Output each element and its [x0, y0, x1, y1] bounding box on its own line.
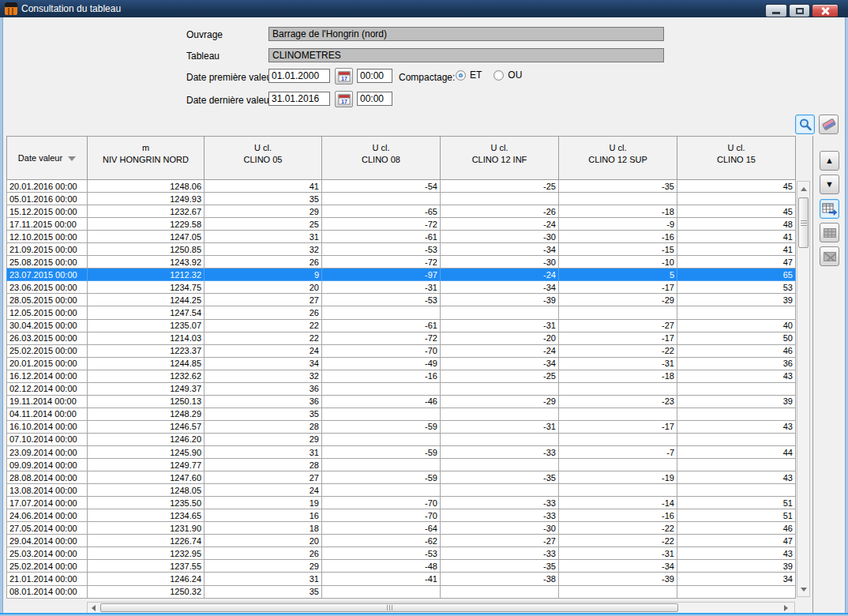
cell[interactable]: 1247.54 — [88, 306, 204, 319]
cell[interactable]: -46 — [322, 395, 441, 408]
eraser-button[interactable] — [819, 115, 839, 134]
cell[interactable]: 1212.32 — [88, 269, 204, 281]
cell[interactable]: -17 — [559, 281, 677, 294]
cell[interactable]: -33 — [441, 497, 559, 509]
cell[interactable] — [677, 585, 796, 598]
cell[interactable] — [322, 306, 441, 319]
cell[interactable]: -15 — [559, 243, 677, 256]
cell[interactable]: 1247.60 — [88, 471, 204, 484]
cell[interactable] — [559, 382, 677, 395]
table-row[interactable]: 26.03.2015 00:001214.0322-72-20-1750 — [7, 332, 796, 344]
cell[interactable]: 17.11.2015 00:00 — [7, 218, 88, 231]
cell[interactable]: 46 — [677, 522, 796, 535]
cell[interactable]: 20.01.2016 00:00 — [7, 180, 88, 193]
maximize-button[interactable] — [789, 4, 810, 17]
cell[interactable]: 43 — [677, 420, 796, 433]
cell[interactable]: 05.01.2016 00:00 — [7, 193, 88, 205]
table-row[interactable]: 15.12.2015 00:001232.6729-65-26-1845 — [7, 205, 796, 218]
cell[interactable]: 1244.25 — [88, 294, 204, 306]
cell[interactable]: 1246.20 — [88, 433, 204, 445]
cell[interactable]: 1248.06 — [88, 180, 204, 193]
cell[interactable]: 17.07.2014 00:00 — [7, 497, 88, 509]
date-first-input[interactable] — [268, 69, 330, 83]
cell[interactable]: -59 — [322, 471, 441, 484]
cell[interactable]: -24 — [441, 269, 559, 281]
compactage-radio-ou[interactable] — [493, 70, 504, 81]
table-row[interactable]: 25.02.2014 00:001237.5529-48-35-3439 — [7, 560, 796, 573]
column-header-clino-12-sup[interactable]: U cl.CLINO 12 SUP — [559, 137, 677, 180]
cell[interactable]: -31 — [441, 319, 559, 332]
cell[interactable]: 16.10.2014 00:00 — [7, 420, 88, 433]
cell[interactable]: 28 — [204, 459, 322, 471]
compactage-radio-et[interactable] — [456, 70, 466, 81]
cell[interactable] — [322, 382, 441, 395]
cell[interactable]: -23 — [559, 395, 677, 408]
cell[interactable]: -22 — [559, 535, 677, 547]
cell[interactable]: -35 — [559, 180, 677, 193]
cell[interactable]: 5 — [559, 269, 677, 281]
cell[interactable]: 1247.05 — [88, 231, 204, 243]
cell[interactable]: -34 — [559, 560, 677, 573]
cell[interactable]: -72 — [322, 332, 441, 344]
compactage-radio-label-et[interactable]: ET — [470, 69, 482, 81]
table-row[interactable]: 24.06.2014 00:001234.6516-70-33-1651 — [7, 509, 796, 522]
cell[interactable]: 1214.03 — [88, 332, 204, 344]
cell[interactable]: 47 — [677, 256, 796, 269]
table-row[interactable]: 19.11.2014 00:001250.1336-46-29-2339 — [7, 395, 796, 408]
cell[interactable]: 13.08.2014 00:00 — [7, 484, 88, 497]
cell[interactable]: -27 — [559, 319, 677, 332]
cell[interactable]: 1244.85 — [88, 357, 204, 370]
table-row[interactable]: 30.04.2015 00:001235.0722-61-31-2740 — [7, 319, 796, 332]
cell[interactable] — [441, 459, 559, 471]
cell[interactable]: 35 — [204, 585, 322, 598]
cell[interactable] — [559, 408, 677, 420]
cell[interactable]: 1229.58 — [88, 218, 204, 231]
scroll-up-arrow[interactable] — [797, 183, 809, 194]
cell[interactable]: -25 — [441, 180, 559, 193]
cell[interactable]: -61 — [322, 319, 441, 332]
cell[interactable]: 29 — [204, 205, 322, 218]
compactage-radio-label-ou[interactable]: OU — [508, 69, 522, 81]
cell[interactable]: 20 — [204, 281, 322, 294]
cell[interactable]: 25.08.2015 00:00 — [7, 256, 88, 269]
cell[interactable] — [559, 459, 677, 471]
cell[interactable]: 50 — [677, 332, 796, 344]
cell[interactable]: 1235.50 — [88, 497, 204, 509]
cell[interactable]: -20 — [441, 332, 559, 344]
cell[interactable] — [677, 459, 796, 471]
cell[interactable]: 18 — [204, 522, 322, 535]
cell[interactable]: 39 — [677, 395, 796, 408]
cell[interactable]: -53 — [322, 547, 441, 560]
cell[interactable]: -62 — [322, 535, 441, 547]
cell[interactable]: 1243.92 — [88, 256, 204, 269]
cell[interactable]: -16 — [559, 231, 677, 243]
cell[interactable] — [322, 193, 441, 205]
cell[interactable]: 24.06.2014 00:00 — [7, 509, 88, 522]
cell[interactable]: 39 — [677, 294, 796, 306]
table-row[interactable]: 25.02.2015 00:001223.3724-70-24-2246 — [7, 344, 796, 357]
table-row[interactable]: 17.07.2014 00:001235.5019-70-33-1451 — [7, 497, 796, 509]
cell[interactable]: -22 — [559, 522, 677, 535]
cell[interactable]: -35 — [441, 471, 559, 484]
table-row[interactable]: 28.08.2014 00:001247.6027-59-35-1943 — [7, 471, 796, 484]
cell[interactable]: -16 — [322, 370, 441, 382]
cell[interactable]: -29 — [441, 395, 559, 408]
cell[interactable]: 1235.07 — [88, 319, 204, 332]
cell[interactable]: 34 — [677, 573, 796, 585]
search-button[interactable] — [795, 115, 815, 134]
cell[interactable]: -49 — [322, 357, 441, 370]
cell[interactable]: 21.01.2014 00:00 — [7, 573, 88, 585]
cell[interactable]: -19 — [559, 471, 677, 484]
table-row[interactable]: 23.07.2015 00:001212.329-97-24565 — [7, 269, 796, 281]
table-row[interactable]: 28.05.2015 00:001244.2527-53-39-2939 — [7, 294, 796, 306]
cell[interactable]: -97 — [322, 269, 441, 281]
cell[interactable]: -61 — [322, 231, 441, 243]
cell[interactable]: 46 — [677, 344, 796, 357]
cell[interactable]: 1248.29 — [88, 408, 204, 420]
cell[interactable]: 48 — [677, 218, 796, 231]
table-row[interactable]: 12.10.2015 00:001247.0531-61-30-1641 — [7, 231, 796, 243]
cell[interactable]: 1223.37 — [88, 344, 204, 357]
cell[interactable]: 51 — [677, 509, 796, 522]
cell[interactable]: 31 — [204, 231, 322, 243]
cell[interactable] — [677, 382, 796, 395]
